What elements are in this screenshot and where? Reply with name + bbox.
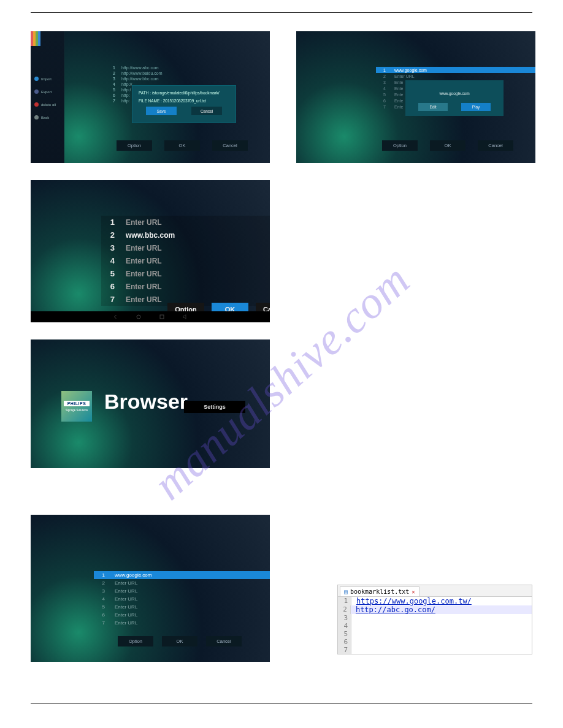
url-row[interactable]: 1http://www.abc.com	[110, 65, 255, 70]
sidebar: Import Export delete all Back	[31, 31, 64, 163]
browser-title: Browser	[104, 390, 188, 414]
popup-url-label: www.google.com	[439, 91, 469, 96]
file-icon: ▤	[344, 588, 348, 595]
url-link[interactable]: http://abc.go.com/	[356, 605, 435, 614]
ok-button[interactable]: OK	[162, 636, 197, 646]
screenshot-url-list-selected: 1www.google.com 2Enter URL 3Enter URL 4E…	[31, 515, 270, 662]
url-row[interactable]: 1www.google.com	[94, 571, 270, 579]
cancel-button[interactable]: Cancel	[212, 140, 248, 151]
sidebar-item-export[interactable]: Export	[31, 88, 64, 95]
screenshot-browser-settings: PHILIPS Signage Solutions Browser Settin…	[31, 339, 270, 468]
file-tab[interactable]: ▤ bookmarklist.txt ✕	[340, 586, 419, 596]
ok-button[interactable]: OK	[430, 140, 465, 151]
url-list: 1www.google.com 2Enter URL 3Enter URL 4E…	[94, 571, 270, 627]
editor-body[interactable]: 1https://www.google.com.tw/ 2http://abc.…	[338, 596, 532, 654]
option-button[interactable]: Option	[118, 636, 153, 646]
footer-buttons: Option OK Cancel	[382, 140, 513, 151]
philips-subtitle: Signage Solutions	[66, 409, 88, 412]
rule-bottom	[31, 703, 532, 704]
philips-brand: PHILIPS	[64, 401, 90, 406]
export-path-modal: PATH : /storage/emulated/0/philips/bookm…	[132, 85, 236, 123]
url-row[interactable]: 1www.google.com	[376, 67, 535, 73]
url-row[interactable]: 3Enter URL	[101, 241, 270, 254]
screenshot-edit-play-popup: 1www.google.com 2Enter URL 3Ente 4Ente 5…	[296, 31, 535, 163]
home-icon[interactable]	[135, 313, 142, 320]
modal-filename-label: FILE NAME : 20151208203709_url.txt	[139, 99, 229, 103]
sidebar-item-import[interactable]: Import	[31, 75, 64, 82]
url-row[interactable]: 7Enter URL	[94, 619, 270, 627]
notepad-window: ▤ bookmarklist.txt ✕ 1https://www.google…	[337, 585, 532, 654]
url-row[interactable]: 5Enter URL	[94, 603, 270, 611]
url-link[interactable]: https://www.google.com.tw/	[356, 597, 472, 605]
url-row[interactable]: 4Enter URL	[101, 254, 270, 267]
url-row[interactable]: 6Enter URL	[94, 611, 270, 619]
url-row[interactable]: 5Enter URL	[101, 267, 270, 280]
back-icon[interactable]	[112, 313, 119, 320]
url-row[interactable]: 2Enter URL	[94, 579, 270, 587]
url-action-popup: www.google.com Edit Play	[405, 80, 504, 116]
rule-top	[31, 12, 532, 13]
footer-buttons: Option OK Cancel	[117, 140, 248, 151]
cancel-button[interactable]: Cancel	[191, 107, 222, 115]
url-row[interactable]: 2http://www.baidu.com	[110, 70, 255, 76]
modal-path-label: PATH : /storage/emulated/0/philips/bookm…	[139, 91, 229, 95]
url-list: 1Enter URL 2www.bbc.com 3Enter URL 4Ente…	[101, 216, 270, 306]
url-row[interactable]: 6Enter URL	[101, 280, 270, 293]
save-button[interactable]: Save	[146, 107, 177, 115]
android-navbar	[31, 311, 270, 322]
close-icon[interactable]: ✕	[412, 589, 415, 595]
svg-rect-1	[160, 315, 164, 319]
url-row[interactable]: 3Enter URL	[94, 587, 270, 595]
footer-buttons: Option OK Cancel	[118, 636, 242, 646]
screenshot-url-list: 1Enter URL 2www.bbc.com 3Enter URL 4Ente…	[31, 180, 270, 322]
philips-logo-tile: PHILIPS Signage Solutions	[61, 391, 92, 422]
url-row[interactable]: 2Enter URL	[376, 73, 535, 79]
sidebar-item-delete-all[interactable]: delete all	[31, 101, 64, 108]
url-row[interactable]: 4Enter URL	[94, 595, 270, 603]
url-row[interactable]: 3http://www.bbc.com	[110, 76, 255, 82]
recent-icon[interactable]	[158, 313, 166, 320]
option-button[interactable]: Option	[117, 140, 152, 151]
settings-button[interactable]: Settings	[184, 401, 245, 413]
play-button[interactable]: Play	[461, 103, 491, 111]
ok-button[interactable]: OK	[164, 140, 200, 151]
screenshot-export-dialog: Import Export delete all Back 1http://ww…	[31, 31, 270, 163]
svg-point-0	[137, 315, 140, 319]
url-row[interactable]: 2www.bbc.com	[101, 229, 270, 241]
tab-filename: bookmarklist.txt	[350, 588, 409, 595]
sidebar-item-back[interactable]: Back	[31, 114, 64, 121]
option-button[interactable]: Option	[382, 140, 418, 151]
cancel-button[interactable]: Cancel	[206, 636, 242, 646]
url-row[interactable]: 1Enter URL	[101, 216, 270, 229]
accent-stripe	[31, 31, 40, 46]
edit-button[interactable]: Edit	[418, 103, 448, 111]
cancel-button[interactable]: Cancel	[478, 140, 513, 151]
volume-icon[interactable]	[182, 313, 189, 320]
